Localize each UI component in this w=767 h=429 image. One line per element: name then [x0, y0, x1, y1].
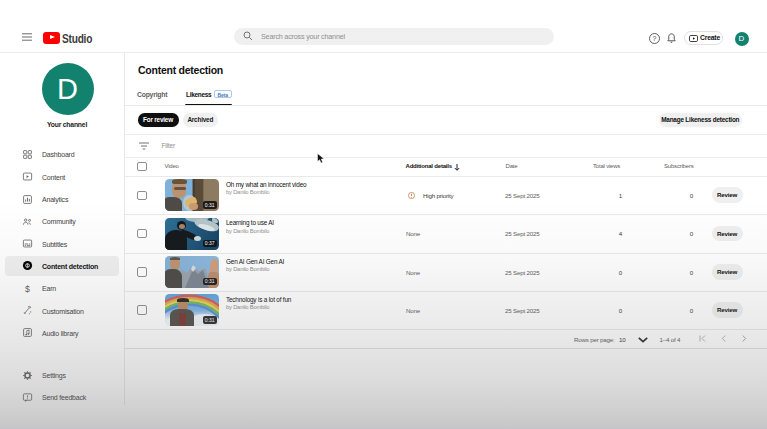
svg-text:?: ?: [653, 35, 657, 42]
svg-text:$: $: [25, 283, 30, 293]
